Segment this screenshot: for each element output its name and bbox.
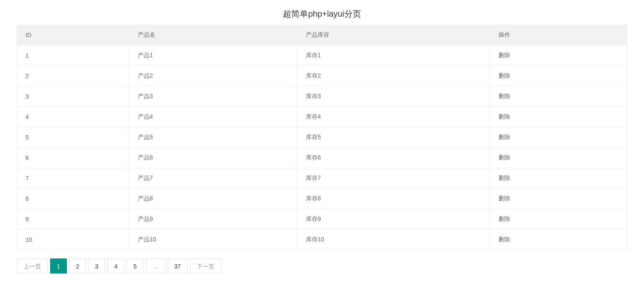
cell-action: 删除 [490,46,627,66]
delete-button[interactable]: 删除 [499,175,510,181]
pagination: 上一页12345…37下一页 [17,258,627,273]
cell-name: 产品10 [129,230,297,250]
pagination-page-3[interactable]: 3 [89,258,105,273]
table-row: 1产品1库存1删除 [17,46,627,66]
cell-id: 10 [17,230,130,250]
cell-stock: 库存1 [297,46,490,66]
cell-stock: 库存6 [297,148,490,168]
table-header-row: ID 产品名 产品库存 操作 [17,25,627,46]
cell-stock: 库存5 [297,127,490,148]
pagination-ellipsis: … [146,258,165,273]
page-title: 超简单php+layui分页 [17,8,627,20]
table-row: 6产品6库存6删除 [17,148,627,168]
pagination-prev[interactable]: 上一页 [17,258,48,273]
cell-name: 产品1 [129,46,297,66]
cell-id: 4 [17,107,130,127]
delete-button[interactable]: 删除 [499,113,510,120]
delete-button[interactable]: 删除 [499,154,510,161]
cell-action: 删除 [490,66,627,86]
delete-button[interactable]: 删除 [499,72,510,79]
column-id: ID [17,25,130,46]
cell-name: 产品4 [129,107,297,127]
pagination-page-4[interactable]: 4 [107,258,124,273]
cell-stock: 库存7 [297,168,490,189]
cell-name: 产品7 [129,168,297,189]
pagination-page-1[interactable]: 1 [50,258,67,273]
cell-name: 产品6 [129,148,297,168]
table-row: 5产品5库存5删除 [17,127,627,148]
cell-name: 产品3 [129,86,297,107]
column-action: 操作 [490,25,627,46]
cell-id: 1 [17,46,130,66]
delete-button[interactable]: 删除 [499,93,510,99]
table-row: 10产品10库存10删除 [17,230,627,250]
pagination-page-2[interactable]: 2 [69,258,86,273]
pagination-next[interactable]: 下一页 [190,258,221,273]
delete-button[interactable]: 删除 [499,236,510,243]
cell-action: 删除 [490,230,627,250]
cell-name: 产品2 [129,66,297,86]
cell-action: 删除 [490,107,627,127]
delete-button[interactable]: 删除 [499,195,510,202]
cell-id: 6 [17,148,130,168]
cell-id: 5 [17,127,130,148]
cell-stock: 库存10 [297,230,490,250]
cell-name: 产品9 [129,209,297,230]
pagination-page-5[interactable]: 5 [127,258,143,273]
column-stock: 产品库存 [297,25,490,46]
cell-stock: 库存8 [297,189,490,209]
cell-id: 3 [17,86,130,107]
table-row: 2产品2库存2删除 [17,66,627,86]
cell-name: 产品8 [129,189,297,209]
cell-id: 9 [17,209,130,230]
delete-button[interactable]: 删除 [499,134,510,140]
cell-action: 删除 [490,127,627,148]
cell-stock: 库存9 [297,209,490,230]
table-row: 4产品4库存4删除 [17,107,627,127]
cell-id: 2 [17,66,130,86]
table-row: 3产品3库存3删除 [17,86,627,107]
column-name: 产品名 [129,25,297,46]
delete-button[interactable]: 删除 [499,52,510,58]
cell-stock: 库存2 [297,66,490,86]
cell-action: 删除 [490,86,627,107]
pagination-last[interactable]: 37 [168,258,188,273]
cell-stock: 库存4 [297,107,490,127]
cell-action: 删除 [490,209,627,230]
delete-button[interactable]: 删除 [499,215,510,222]
table-row: 8产品8库存8删除 [17,189,627,209]
cell-id: 7 [17,168,130,189]
cell-action: 删除 [490,168,627,189]
product-table: ID 产品名 产品库存 操作 1产品1库存1删除2产品2库存2删除3产品3库存3… [17,25,627,250]
cell-stock: 库存3 [297,86,490,107]
cell-id: 8 [17,189,130,209]
cell-action: 删除 [490,148,627,168]
cell-action: 删除 [490,189,627,209]
cell-name: 产品5 [129,127,297,148]
table-row: 7产品7库存7删除 [17,168,627,189]
table-row: 9产品9库存9删除 [17,209,627,230]
